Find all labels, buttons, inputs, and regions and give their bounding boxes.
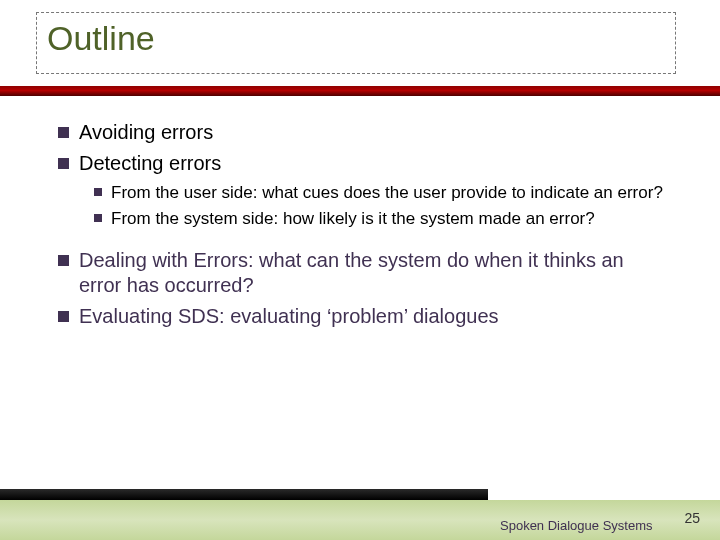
sub-bullet-item: From the user side: what cues does the u… bbox=[94, 182, 668, 204]
bullet-text: Evaluating SDS: evaluating ‘problem’ dia… bbox=[79, 304, 499, 329]
sub-bullet-text: From the user side: what cues does the u… bbox=[111, 182, 663, 204]
bullet-item: Avoiding errors bbox=[58, 120, 668, 145]
sub-bullet-item: From the system side: how likely is it t… bbox=[94, 208, 668, 230]
square-bullet-icon bbox=[94, 188, 102, 196]
bullet-item: Evaluating SDS: evaluating ‘problem’ dia… bbox=[58, 304, 668, 329]
square-bullet-icon bbox=[58, 255, 69, 266]
content-area: Avoiding errors Detecting errors From th… bbox=[58, 120, 668, 335]
bullet-item: Dealing with Errors: what can the system… bbox=[58, 248, 668, 298]
square-bullet-icon bbox=[58, 127, 69, 138]
footer: Spoken Dialogue Systems 25 bbox=[0, 486, 720, 540]
square-bullet-icon bbox=[58, 311, 69, 322]
page-number: 25 bbox=[684, 510, 700, 526]
accent-bar bbox=[0, 86, 720, 96]
slide: Outline Avoiding errors Detecting errors… bbox=[0, 0, 720, 540]
square-bullet-icon bbox=[94, 214, 102, 222]
bullet-item: Detecting errors bbox=[58, 151, 668, 176]
bullet-text: Dealing with Errors: what can the system… bbox=[79, 248, 668, 298]
footer-label: Spoken Dialogue Systems bbox=[500, 518, 652, 534]
bullet-text: Avoiding errors bbox=[79, 120, 213, 145]
footer-dark-bar bbox=[0, 489, 488, 500]
square-bullet-icon bbox=[58, 158, 69, 169]
sub-bullet-text: From the system side: how likely is it t… bbox=[111, 208, 595, 230]
slide-title: Outline bbox=[47, 19, 665, 58]
sub-list: From the user side: what cues does the u… bbox=[94, 182, 668, 230]
bullet-text: Detecting errors bbox=[79, 151, 221, 176]
title-box: Outline bbox=[36, 12, 676, 74]
